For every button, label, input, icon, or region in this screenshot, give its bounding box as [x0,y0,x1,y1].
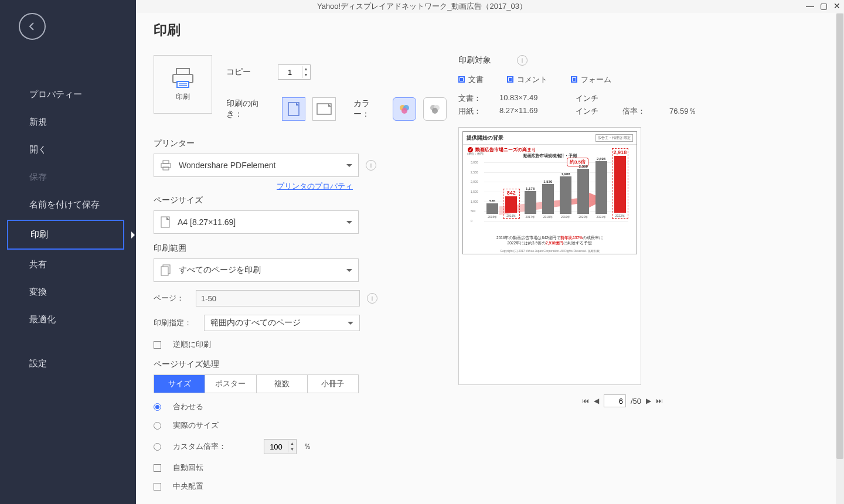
printer-icon [171,67,195,88]
svg-point-12 [432,108,438,114]
pager-first[interactable]: ⏮ [582,397,589,405]
pagesize-value: A4 [8.27×11.69] [178,217,236,227]
pages-icon [160,264,172,276]
pager: ⏮ ◀ /50 ▶ ⏭ [458,394,787,407]
copies-down[interactable]: ▼ [302,72,310,78]
color-color[interactable] [393,97,416,121]
svg-rect-13 [163,161,169,164]
gray-icon [428,103,442,115]
page-title: 印刷 [154,21,830,39]
orientation-landscape[interactable] [312,97,336,121]
tab-size[interactable]: サイズ [154,375,205,393]
custom-scale-value[interactable] [264,442,288,451]
scrollbar[interactable] [836,13,844,504]
pager-next[interactable]: ▶ [646,397,651,405]
center-label: 中央配置 [173,481,203,492]
yaxis-label: （単位：億円） [465,152,486,155]
close-button[interactable]: ✕ [833,1,840,11]
custom-scale-input[interactable]: ▲▼ [264,439,297,454]
target-doc-check[interactable]: 文書 [458,74,484,85]
target-comment-check[interactable]: コメント [507,74,547,85]
tab-poster[interactable]: ポスター [205,375,256,393]
nav-share[interactable]: 共有 [0,251,136,278]
svg-rect-0 [176,69,189,74]
tab-multiple[interactable]: 複数 [257,375,308,393]
nav-open[interactable]: 開く [0,136,136,164]
radio-custom-label: カスタム倍率： [173,441,226,452]
color-label: カラー： [353,98,386,120]
nav-print[interactable]: 印刷 [7,220,124,250]
printer-properties-link[interactable]: プリンタのプロパティ [277,182,353,190]
reverse-checkbox[interactable] [154,341,161,349]
range-section-label: 印刷範囲 [154,243,447,254]
slide-badge: 広告主・代理店 限定 [595,134,633,142]
range-value: すべてのページを印刷 [179,265,261,275]
center-checkbox[interactable] [154,483,161,491]
svg-rect-2 [177,81,189,87]
reverse-label: 逆順に印刷 [173,339,211,350]
range-select[interactable]: すべてのページを印刷 [154,258,359,282]
handling-tabs: サイズ ポスター 複数 小冊子 [154,374,359,393]
chart: 動画広告市場規模推計・予測 （単位：億円） 05001,0001,5002,00… [469,155,631,226]
pagesize-section-label: ページサイズ [154,195,447,206]
orientation-portrait[interactable] [282,97,305,121]
copies-label: コピー [226,67,251,77]
pager-prev[interactable]: ◀ [594,397,599,405]
landscape-icon [316,103,332,115]
window-controls: — ▢ ✕ [806,1,840,11]
minimize-button[interactable]: — [806,1,814,11]
target-label: 印刷対象 [458,55,491,66]
nav-optimize[interactable]: 最適化 [0,306,136,333]
radio-custom[interactable] [154,443,161,451]
subset-label: 印刷指定： [154,318,197,328]
sidebar: プロパティー 新規 開く 保存 名前を付けて保存 印刷 共有 変換 最適化 設定 [0,0,136,504]
radio-fit[interactable] [154,403,161,411]
size-info: 文書：10.83×7.49インチ 用紙：8.27×11.69インチ倍率：76.5… [458,93,787,117]
nav-new[interactable]: 新規 [0,108,136,136]
help-icon-3[interactable]: i [517,55,528,66]
target-form-check[interactable]: フォーム [571,74,611,85]
slide-footer: 2016年の動画広告市場は842億円で前年比157%の成長率に 2022年には約… [469,236,631,246]
radio-actual-label: 実際のサイズ [173,420,219,431]
preview-slide: 提供開始の背景 広告主・代理店 限定 ✓ 動画広告市場ニーズの高まり 動画広告市… [462,131,637,254]
pagesize-select[interactable]: A4 [8.27×11.69] [154,210,359,234]
nav-properties[interactable]: プロパティー [0,81,136,108]
copies-up[interactable]: ▲ [302,66,310,72]
subset-select[interactable]: 範囲内のすべてのページ [204,315,360,331]
autorotate-label: 自動回転 [173,462,203,473]
color-gray[interactable] [423,97,447,121]
svg-rect-18 [161,267,168,275]
printer-select[interactable]: Wondershare PDFelement [154,154,359,177]
tab-booklet[interactable]: 小冊子 [308,375,358,393]
page-range-input[interactable] [196,290,360,307]
main-panel: 印刷 印刷 コピー [136,13,844,504]
back-button[interactable] [19,13,46,40]
svg-rect-16 [161,217,169,227]
radio-actual[interactable] [154,422,161,430]
pager-last[interactable]: ⏭ [656,397,663,405]
autorotate-checkbox[interactable] [154,464,161,472]
nav-save-as[interactable]: 名前を付けて保存 [0,191,136,219]
printer-section-label: プリンター [154,138,447,149]
copies-value[interactable] [278,68,302,77]
nav-settings[interactable]: 設定 [0,350,136,377]
pager-current[interactable] [604,394,626,407]
printer-tile[interactable]: 印刷 [154,55,212,114]
chevron-left-icon [28,22,37,31]
nav-convert[interactable]: 変換 [0,278,136,306]
svg-point-9 [401,108,407,114]
page-range-label: ページ： [154,293,189,304]
help-icon-2[interactable]: i [367,293,377,304]
preview-box: 提供開始の背景 広告主・代理店 限定 ✓ 動画広告市場ニーズの高まり 動画広告市… [458,127,641,385]
page-icon [160,216,171,228]
nav-list: プロパティー 新規 開く 保存 名前を付けて保存 印刷 共有 変換 最適化 設定 [0,81,136,377]
orientation-label: 印刷の向き： [226,98,275,120]
scale-up[interactable]: ▲ [288,441,296,447]
scale-down[interactable]: ▼ [288,447,296,452]
copies-input[interactable]: ▲▼ [278,64,311,80]
subset-value: 範囲内のすべてのページ [210,318,301,328]
color-icon [397,103,411,115]
handling-section-label: ページサイズ処理 [154,359,447,370]
help-icon[interactable]: i [366,160,376,171]
maximize-button[interactable]: ▢ [820,1,828,11]
